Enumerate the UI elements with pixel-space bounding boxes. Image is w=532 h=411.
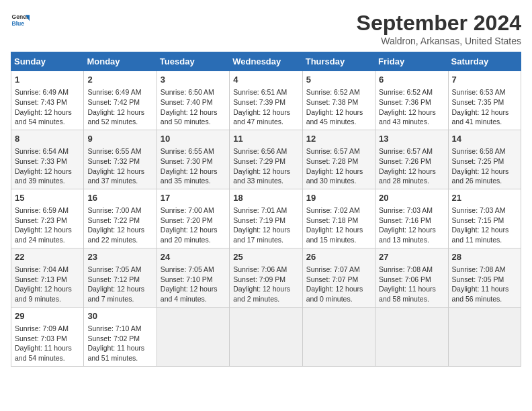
daylight-text: Daylight: 12 hours and 54 minutes.	[15, 108, 72, 126]
calendar-cell: 28Sunrise: 7:08 AMSunset: 7:05 PMDayligh…	[448, 248, 521, 307]
calendar-header-saturday: Saturday	[448, 52, 521, 71]
sunset-text: Sunset: 7:28 PM	[306, 157, 359, 165]
calendar-cell	[230, 307, 302, 366]
calendar-cell: 17Sunrise: 7:00 AMSunset: 7:20 PMDayligh…	[157, 189, 229, 248]
daylight-text: Daylight: 12 hours and 24 minutes.	[15, 226, 72, 244]
page-title: September 2024	[357, 11, 521, 36]
day-number: 22	[15, 251, 80, 263]
day-number: 23	[87, 251, 152, 263]
logo: General Blue	[11, 11, 30, 30]
daylight-text: Daylight: 11 hours and 58 minutes.	[379, 285, 436, 303]
sunset-text: Sunset: 7:30 PM	[161, 157, 213, 165]
sunrise-text: Sunrise: 7:07 AM	[306, 265, 360, 273]
sunrise-text: Sunrise: 6:49 AM	[87, 88, 141, 96]
daylight-text: Daylight: 12 hours and 52 minutes.	[87, 108, 144, 126]
calendar-cell: 23Sunrise: 7:05 AMSunset: 7:12 PMDayligh…	[84, 248, 157, 307]
calendar-cell: 11Sunrise: 6:56 AMSunset: 7:29 PMDayligh…	[230, 130, 302, 189]
sunrise-text: Sunrise: 7:05 AM	[87, 265, 141, 273]
calendar-header-wednesday: Wednesday	[230, 52, 302, 71]
day-number: 2	[87, 74, 152, 86]
sunset-text: Sunset: 7:16 PM	[379, 216, 431, 224]
daylight-text: Daylight: 12 hours and 39 minutes.	[15, 167, 72, 185]
sunset-text: Sunset: 7:06 PM	[379, 275, 431, 283]
calendar-cell: 9Sunrise: 6:55 AMSunset: 7:32 PMDaylight…	[84, 130, 157, 189]
calendar-cell: 30Sunrise: 7:10 AMSunset: 7:02 PMDayligh…	[84, 307, 157, 366]
daylight-text: Daylight: 12 hours and 7 minutes.	[87, 285, 144, 303]
calendar-cell: 26Sunrise: 7:07 AMSunset: 7:07 PMDayligh…	[302, 248, 375, 307]
day-number: 9	[87, 133, 152, 145]
calendar-cell: 16Sunrise: 7:00 AMSunset: 7:22 PMDayligh…	[84, 189, 157, 248]
calendar-cell: 7Sunrise: 6:53 AMSunset: 7:35 PMDaylight…	[448, 71, 521, 130]
sunset-text: Sunset: 7:03 PM	[15, 334, 67, 342]
sunset-text: Sunset: 7:09 PM	[233, 275, 285, 283]
day-number: 30	[87, 310, 152, 322]
daylight-text: Daylight: 12 hours and 17 minutes.	[233, 226, 290, 244]
calendar-cell: 27Sunrise: 7:08 AMSunset: 7:06 PMDayligh…	[375, 248, 448, 307]
sunset-text: Sunset: 7:43 PM	[15, 98, 67, 106]
calendar-cell: 21Sunrise: 7:03 AMSunset: 7:15 PMDayligh…	[448, 189, 521, 248]
daylight-text: Daylight: 11 hours and 56 minutes.	[452, 285, 509, 303]
day-number: 14	[452, 133, 517, 145]
sunrise-text: Sunrise: 6:52 AM	[379, 88, 433, 96]
sunrise-text: Sunrise: 6:57 AM	[306, 147, 360, 155]
day-number: 20	[379, 192, 444, 204]
sunrise-text: Sunrise: 7:00 AM	[161, 206, 214, 214]
sunset-text: Sunset: 7:38 PM	[306, 98, 359, 106]
sunset-text: Sunset: 7:23 PM	[15, 216, 67, 224]
logo-icon: General Blue	[11, 11, 30, 30]
day-number: 4	[233, 74, 298, 86]
sunrise-text: Sunrise: 6:49 AM	[15, 88, 69, 96]
title-area: September 2024 Waldron, Arkansas, United…	[357, 11, 521, 46]
day-number: 8	[15, 133, 80, 145]
sunrise-text: Sunrise: 7:05 AM	[161, 265, 214, 273]
sunrise-text: Sunrise: 7:03 AM	[452, 206, 506, 214]
daylight-text: Daylight: 11 hours and 51 minutes.	[87, 344, 144, 362]
sunrise-text: Sunrise: 6:52 AM	[306, 88, 360, 96]
daylight-text: Daylight: 12 hours and 26 minutes.	[452, 167, 509, 185]
sunset-text: Sunset: 7:35 PM	[452, 98, 504, 106]
calendar-week-5: 29Sunrise: 7:09 AMSunset: 7:03 PMDayligh…	[11, 307, 521, 366]
sunrise-text: Sunrise: 6:55 AM	[87, 147, 141, 155]
sunset-text: Sunset: 7:29 PM	[233, 157, 285, 165]
daylight-text: Daylight: 12 hours and 33 minutes.	[233, 167, 290, 185]
calendar-cell: 5Sunrise: 6:52 AMSunset: 7:38 PMDaylight…	[302, 71, 375, 130]
daylight-text: Daylight: 12 hours and 0 minutes.	[306, 285, 363, 303]
day-number: 29	[15, 310, 80, 322]
day-number: 1	[15, 74, 80, 86]
day-number: 17	[161, 192, 226, 204]
sunset-text: Sunset: 7:42 PM	[87, 98, 140, 106]
calendar-cell: 20Sunrise: 7:03 AMSunset: 7:16 PMDayligh…	[375, 189, 448, 248]
calendar-cell: 14Sunrise: 6:58 AMSunset: 7:25 PMDayligh…	[448, 130, 521, 189]
calendar-header-tuesday: Tuesday	[157, 52, 229, 71]
daylight-text: Daylight: 12 hours and 50 minutes.	[161, 108, 218, 126]
calendar-week-4: 22Sunrise: 7:04 AMSunset: 7:13 PMDayligh…	[11, 248, 521, 307]
calendar-header-monday: Monday	[84, 52, 157, 71]
day-number: 15	[15, 192, 80, 204]
calendar-cell: 8Sunrise: 6:54 AMSunset: 7:33 PMDaylight…	[11, 130, 84, 189]
calendar-header-row: SundayMondayTuesdayWednesdayThursdayFrid…	[11, 52, 521, 71]
sunset-text: Sunset: 7:13 PM	[15, 275, 67, 283]
calendar-cell: 19Sunrise: 7:02 AMSunset: 7:18 PMDayligh…	[302, 189, 375, 248]
sunrise-text: Sunrise: 6:54 AM	[15, 147, 69, 155]
daylight-text: Daylight: 12 hours and 35 minutes.	[161, 167, 218, 185]
sunset-text: Sunset: 7:22 PM	[87, 216, 140, 224]
calendar-week-3: 15Sunrise: 6:59 AMSunset: 7:23 PMDayligh…	[11, 189, 521, 248]
sunrise-text: Sunrise: 6:59 AM	[15, 206, 69, 214]
sunset-text: Sunset: 7:33 PM	[15, 157, 67, 165]
sunrise-text: Sunrise: 7:06 AM	[233, 265, 287, 273]
sunset-text: Sunset: 7:40 PM	[161, 98, 213, 106]
calendar-week-1: 1Sunrise: 6:49 AMSunset: 7:43 PMDaylight…	[11, 71, 521, 130]
day-number: 10	[161, 133, 226, 145]
calendar-cell: 6Sunrise: 6:52 AMSunset: 7:36 PMDaylight…	[375, 71, 448, 130]
day-number: 27	[379, 251, 444, 263]
day-number: 24	[161, 251, 226, 263]
daylight-text: Daylight: 12 hours and 47 minutes.	[233, 108, 290, 126]
day-number: 25	[233, 251, 298, 263]
daylight-text: Daylight: 12 hours and 15 minutes.	[306, 226, 363, 244]
daylight-text: Daylight: 12 hours and 11 minutes.	[452, 226, 509, 244]
sunset-text: Sunset: 7:36 PM	[379, 98, 431, 106]
calendar-cell: 22Sunrise: 7:04 AMSunset: 7:13 PMDayligh…	[11, 248, 84, 307]
sunrise-text: Sunrise: 7:08 AM	[379, 265, 433, 273]
sunrise-text: Sunrise: 7:04 AM	[15, 265, 69, 273]
sunset-text: Sunset: 7:10 PM	[161, 275, 213, 283]
